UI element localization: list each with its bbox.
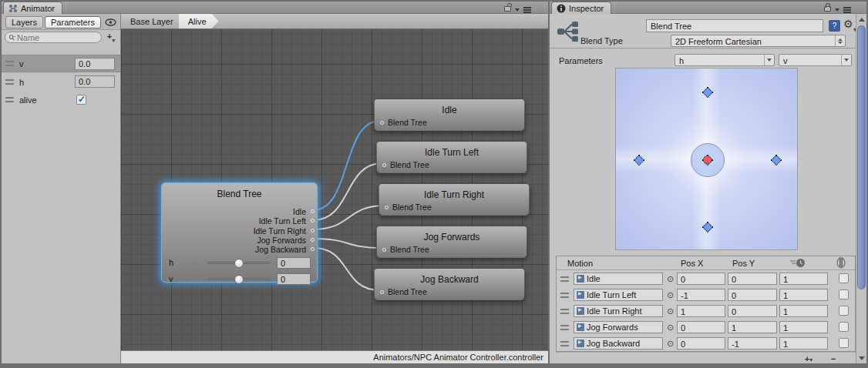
slider-handle[interactable] xyxy=(234,275,244,284)
output-port-icon[interactable] xyxy=(311,247,315,251)
motion-object-field[interactable]: Jog Backward xyxy=(574,337,663,350)
parameter-y-dropdown[interactable]: v xyxy=(779,54,852,66)
transition-curve[interactable] xyxy=(313,121,380,210)
pos-y-field[interactable]: -1 xyxy=(728,337,777,350)
motion-node-idle[interactable]: Idle Blend Tree xyxy=(374,99,525,131)
motion-object-field[interactable]: Idle Turn Left xyxy=(574,289,663,301)
motion-row[interactable]: Jog Forwards 0 1 1 xyxy=(557,319,855,336)
add-motion-button[interactable]: +▾ xyxy=(799,354,819,365)
parameter-x-dropdown[interactable]: h xyxy=(675,54,775,66)
slider-track[interactable] xyxy=(207,278,271,280)
animator-graph-canvas[interactable]: Blend Tree Idle Idle Turn Left Idle Turn… xyxy=(121,14,548,363)
drag-handle-icon[interactable] xyxy=(5,61,14,66)
transition-curve[interactable] xyxy=(313,163,382,220)
mirror-checkbox[interactable] xyxy=(839,306,849,316)
object-picker-icon[interactable] xyxy=(667,274,674,284)
motion-object-field[interactable]: Idle Turn Right xyxy=(574,305,663,317)
chevron-down-icon[interactable] xyxy=(835,8,839,12)
speed-field[interactable]: 1 xyxy=(779,273,828,285)
search-field[interactable] xyxy=(5,32,102,43)
blend-tree-node[interactable]: Blend Tree Idle Idle Turn Left Idle Turn… xyxy=(161,182,318,283)
inspector-scrollbar[interactable] xyxy=(856,14,866,363)
visibility-icon[interactable] xyxy=(105,18,116,26)
speed-field[interactable]: 1 xyxy=(779,305,828,317)
panel-menu-icon[interactable] xyxy=(523,9,531,11)
speed-field[interactable]: 1 xyxy=(779,321,828,333)
motion-row[interactable]: Idle Turn Right 1 0 1 xyxy=(557,303,855,319)
drag-handle-icon[interactable] xyxy=(560,293,569,298)
input-port-icon[interactable] xyxy=(382,248,386,252)
scroll-down-icon[interactable] xyxy=(856,353,866,363)
pos-x-field[interactable]: 0 xyxy=(677,337,725,350)
motion-object-field[interactable]: Jog Forwards xyxy=(574,321,663,333)
lock-icon[interactable] xyxy=(504,6,511,12)
pos-x-field[interactable]: 0 xyxy=(677,273,725,285)
object-picker-icon[interactable] xyxy=(667,306,674,316)
drag-handle-icon[interactable] xyxy=(560,309,569,314)
blend-point[interactable] xyxy=(634,155,644,166)
speed-field[interactable]: 1 xyxy=(779,337,828,350)
drag-handle-icon[interactable] xyxy=(560,341,569,346)
scrollbar-thumb[interactable] xyxy=(857,25,866,289)
input-port-icon[interactable] xyxy=(380,290,384,294)
pos-x-field[interactable]: 0 xyxy=(677,321,725,333)
object-picker-icon[interactable] xyxy=(667,290,674,300)
drag-handle-icon[interactable] xyxy=(560,276,569,282)
parameter-row-h[interactable]: h 0.0 xyxy=(2,73,120,91)
parameter-row-alive[interactable]: alive xyxy=(2,91,120,109)
panel-menu-icon[interactable] xyxy=(843,9,851,11)
output-port-icon[interactable] xyxy=(311,238,315,242)
slider-value-field[interactable]: 0 xyxy=(277,257,311,269)
output-port-icon[interactable] xyxy=(311,229,315,233)
pos-y-field[interactable]: 1 xyxy=(728,321,777,333)
mirror-checkbox[interactable] xyxy=(839,289,849,299)
motion-row[interactable]: Idle Turn Left -1 0 1 xyxy=(557,287,855,303)
input-port-icon[interactable] xyxy=(380,121,384,125)
pos-x-field[interactable]: -1 xyxy=(677,289,725,301)
blend-point[interactable] xyxy=(771,155,782,166)
pos-x-field[interactable]: 1 xyxy=(677,305,725,317)
parameter-value-field[interactable]: 0.0 xyxy=(75,58,115,70)
output-port-icon[interactable] xyxy=(311,219,315,222)
breadcrumb-item-base-layer[interactable]: Base Layer xyxy=(121,14,186,28)
parameter-row-v[interactable]: v 0.0 xyxy=(2,55,120,72)
transition-curve[interactable] xyxy=(313,248,380,290)
remove-motion-button[interactable]: − xyxy=(823,354,843,365)
scroll-up-icon[interactable] xyxy=(856,14,866,25)
pos-y-field[interactable]: 0 xyxy=(728,305,777,317)
input-port-icon[interactable] xyxy=(385,206,389,209)
output-port-icon[interactable] xyxy=(311,209,315,213)
motion-object-field[interactable]: Idle xyxy=(574,273,663,285)
drag-handle-icon[interactable] xyxy=(560,325,569,330)
tab-layers[interactable]: Layers xyxy=(5,16,43,28)
object-picker-icon[interactable] xyxy=(667,339,674,349)
mirror-checkbox[interactable] xyxy=(839,338,849,348)
motion-node-idle-turn-right[interactable]: Idle Turn Right Blend Tree xyxy=(378,183,530,216)
mirror-checkbox[interactable] xyxy=(839,322,849,332)
tab-parameters[interactable]: Parameters xyxy=(45,16,101,28)
chevron-down-icon[interactable] xyxy=(515,8,520,12)
parameter-value-field[interactable]: 0.0 xyxy=(75,75,115,88)
blend-type-dropdown[interactable]: 2D Freeform Cartesian xyxy=(671,35,846,47)
breadcrumb-item-alive[interactable]: Alive xyxy=(179,14,219,28)
parameter-checkbox[interactable] xyxy=(76,95,86,105)
pos-y-field[interactable]: 0 xyxy=(728,273,777,285)
search-input[interactable] xyxy=(17,33,98,42)
mirror-checkbox[interactable] xyxy=(839,273,849,283)
drag-handle-icon[interactable] xyxy=(5,79,14,85)
blend-point[interactable] xyxy=(702,222,713,233)
motion-node-jog-backward[interactable]: Jog Backward Blend Tree xyxy=(374,268,525,300)
blend-point[interactable] xyxy=(702,87,713,98)
slider-value-field[interactable]: 0 xyxy=(277,273,311,285)
motion-node-idle-turn-left[interactable]: Idle Turn Left Blend Tree xyxy=(376,141,527,173)
transition-curve[interactable] xyxy=(313,206,385,229)
lock-icon[interactable] xyxy=(824,6,831,12)
transition-curve[interactable] xyxy=(313,239,382,248)
motion-row[interactable]: Jog Backward 0 -1 1 xyxy=(557,336,855,352)
pos-y-field[interactable]: 0 xyxy=(728,289,777,301)
drag-handle-icon[interactable] xyxy=(5,97,14,102)
help-icon[interactable] xyxy=(829,20,840,32)
tab-animator[interactable]: Animator xyxy=(3,2,62,14)
speed-field[interactable]: 1 xyxy=(779,289,828,301)
gear-icon[interactable] xyxy=(843,18,853,30)
